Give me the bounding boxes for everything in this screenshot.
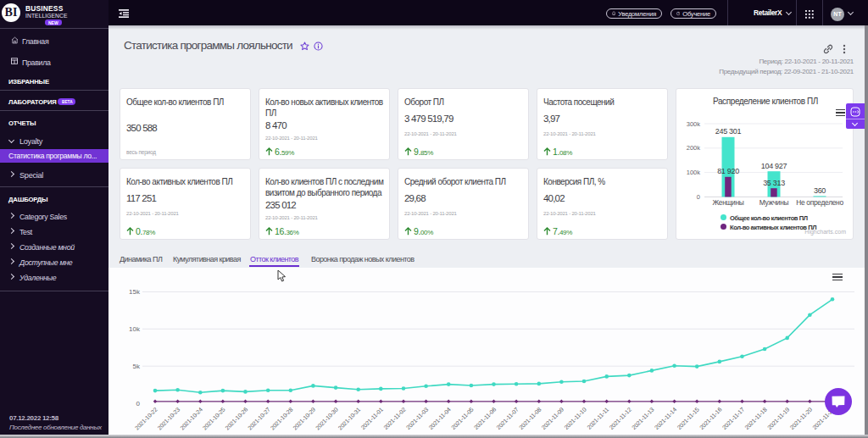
svg-text:Женщины: Женщины [712, 198, 743, 207]
svg-text:0: 0 [697, 193, 700, 201]
svg-text:2021-11-10: 2021-11-10 [563, 407, 587, 431]
svg-text:0: 0 [136, 400, 141, 408]
svg-text:35 313: 35 313 [763, 179, 785, 187]
svg-text:2021-10-26: 2021-10-26 [224, 407, 248, 431]
svg-text:104 927: 104 927 [761, 162, 787, 170]
svg-text:100k: 100k [687, 169, 701, 176]
svg-text:2021-10-31: 2021-10-31 [337, 407, 362, 431]
svg-text:2021-11-12: 2021-11-12 [609, 407, 633, 431]
svg-text:2021-10-25: 2021-10-25 [202, 407, 226, 431]
svg-text:Мужчины: Мужчины [760, 198, 789, 207]
svg-text:2021-11-19: 2021-11-19 [766, 407, 791, 431]
svg-text:2021-11-15: 2021-11-15 [676, 407, 700, 431]
svg-text:2021-11-17: 2021-11-17 [721, 407, 746, 431]
svg-text:2021-11-03: 2021-11-03 [405, 407, 430, 431]
svg-text:2021-11-04: 2021-11-04 [427, 407, 452, 431]
svg-text:2021-11-05: 2021-11-05 [450, 407, 475, 431]
svg-text:2021-10-27: 2021-10-27 [247, 407, 271, 431]
svg-text:2021-10-23: 2021-10-23 [156, 407, 181, 431]
svg-text:2021-10-28: 2021-10-28 [270, 407, 294, 431]
svg-text:2021-11-14: 2021-11-14 [654, 407, 678, 431]
svg-text:200k: 200k [687, 144, 701, 152]
svg-text:2021-11-02: 2021-11-02 [382, 407, 407, 431]
svg-text:2021-11-01: 2021-11-01 [360, 407, 385, 431]
svg-text:2021-11-07: 2021-11-07 [495, 407, 520, 431]
svg-text:2021-11-16: 2021-11-16 [698, 407, 723, 431]
svg-text:81 920: 81 920 [717, 167, 739, 175]
svg-text:2021-11-06: 2021-11-06 [473, 407, 498, 431]
svg-text:2021-11-11: 2021-11-11 [586, 407, 609, 430]
svg-text:2021-10-24: 2021-10-24 [179, 407, 203, 431]
svg-text:15k: 15k [129, 288, 141, 296]
svg-text:2021-10-30: 2021-10-30 [314, 407, 339, 431]
svg-text:2021-11-09: 2021-11-09 [541, 407, 565, 431]
svg-text:245 301: 245 301 [715, 127, 742, 136]
svg-text:2021-11-18: 2021-11-18 [743, 407, 768, 431]
svg-text:2021-11-20: 2021-11-20 [789, 407, 814, 431]
svg-text:2021-11-08: 2021-11-08 [518, 407, 542, 431]
svg-text:360: 360 [814, 186, 826, 195]
svg-text:10k: 10k [129, 325, 141, 333]
svg-text:300k: 300k [687, 120, 701, 128]
svg-text:2021-10-29: 2021-10-29 [292, 407, 316, 431]
svg-text:2021-10-22: 2021-10-22 [134, 407, 159, 431]
svg-text:2021-11-13: 2021-11-13 [631, 407, 655, 431]
svg-text:5k: 5k [133, 363, 141, 370]
svg-text:Не определено: Не определено [796, 198, 843, 207]
